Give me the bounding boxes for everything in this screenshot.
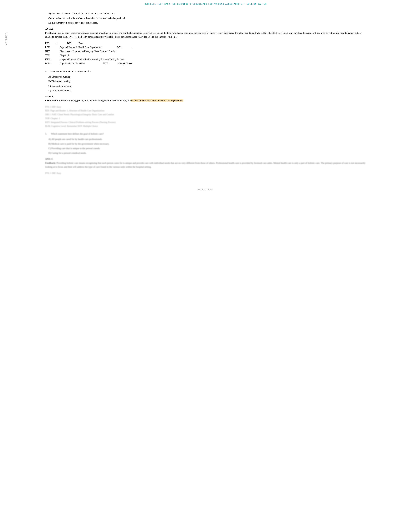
q5-text: Which statement best defines the goal of… — [51, 132, 104, 136]
q5-option-a: A) All people are cared for by health ca… — [48, 137, 366, 141]
q4-feedback-start: A director of nursing (DON) is an abbrev… — [56, 99, 183, 102]
q3-nat-label: NAT: — [45, 49, 55, 53]
q3-feedback: Feedback: Hospice care focuses on reliev… — [45, 31, 366, 39]
q3-pts-label: PTS: — [45, 41, 55, 45]
q5-option-b: B) Medical care is paid for by the gover… — [48, 142, 366, 146]
q3-feedback-label: Feedback: — [45, 32, 56, 34]
q4-ans-label: ANS: A — [45, 95, 366, 98]
q5-option-c: C) Providing care that is unique to the … — [48, 147, 366, 150]
question4-options: A) Director of nursing B) Division of nu… — [45, 75, 366, 92]
question5-text: 5. Which statement best defines the goal… — [45, 132, 366, 136]
question5-block: 5. Which statement best defines the goal… — [45, 132, 366, 175]
q3-top-label: TOP: — [45, 53, 55, 57]
q4-meta-top: TOP: Chapter: 1 — [45, 116, 366, 120]
q3-option-b: B) have been discharged from the hospita… — [48, 12, 366, 16]
page-header: COMPLETE TEST BANK FOR LIPPINCOTT ESSENT… — [0, 0, 411, 7]
q4-text: The abbreviation DON usually stands for: — [51, 69, 92, 73]
q3-obj-label: OBJ: — [117, 45, 127, 49]
q4-meta-pts: PTS: 1 DIF: Easy — [45, 105, 366, 109]
q5-answer-block: ANS: C Feedback: Providing holistic care… — [45, 158, 366, 169]
q3-key-val: Integrated Process: Clinical Problem-sol… — [60, 57, 124, 61]
q4-answer-block: ANS: A Feedback: A director of nursing (… — [45, 95, 366, 103]
question3-options: B) have been discharged from the hospita… — [45, 12, 366, 25]
q4-meta-obj: OBJ: 1 NAT: Client Needs: Physiological … — [45, 113, 366, 116]
q3-answer-block: ANS: A Feedback: Hospice care focuses on… — [45, 28, 366, 39]
footer-watermark: studocu.com — [45, 188, 366, 190]
q3-not-val: Multiple Choice — [118, 61, 132, 66]
q3-ref-val: Page and Header: 6, Health Care Organiza… — [60, 45, 102, 49]
q3-option-c: C) are unable to care for themselves at … — [48, 17, 366, 20]
q5-meta-pts: PTS: 1 DIF: Easy — [45, 171, 366, 175]
q3-blm-label: BLM: — [45, 61, 55, 66]
q3-not-label: NOT: — [103, 61, 113, 66]
q3-pts-val: 1 — [56, 41, 57, 45]
q3-top-val: Chapter: 1 — [60, 53, 69, 57]
q3-meta-ref-row: REF: Page and Header: 6, Health Care Org… — [45, 45, 366, 49]
q5-feedback-text: Providing holistic care means recognizin… — [45, 162, 365, 168]
q3-key-label: KEY: — [45, 57, 55, 61]
q3-dif-label: DIF: — [67, 41, 77, 45]
footer-watermark-text: studocu.com — [198, 188, 213, 190]
q4-option-c: C) Doctorate of nursing — [48, 84, 366, 88]
q5-ans-label: ANS: C — [45, 158, 366, 161]
q4-feedback-highlighted: head of nursing services in a health car… — [131, 99, 183, 102]
q3-ans-label: ANS: A — [45, 28, 366, 30]
q4-option-b: B) Division of nursing — [48, 79, 366, 83]
q4-feedback-label: Feedback: — [45, 99, 56, 102]
q3-meta-pts-row: PTS: 1 DIF: Easy — [45, 41, 366, 45]
q4-feedback: Feedback: A director of nursing (DON) is… — [45, 99, 366, 103]
q3-option-d: D) live in their own homes but require s… — [48, 21, 366, 25]
q3-ref-label: REF: — [45, 45, 55, 49]
q3-pts: PTS: 1 — [45, 41, 57, 45]
q3-blm-val: Cognitive Level: Remember — [60, 61, 85, 66]
q5-number: 5. — [45, 132, 49, 136]
question4-block: 4. The abbreviation DON usually stands f… — [45, 69, 366, 128]
q3-dif-val: Easy — [78, 41, 83, 45]
main-content: B) have been discharged from the hospita… — [0, 7, 411, 200]
q4-meta-ref: REF: Page and Header: 1, Structure of He… — [45, 109, 366, 113]
q4-option-d: D) Directory of nursing — [48, 89, 366, 92]
q5-feedback: Feedback: Providing holistic care means … — [45, 161, 366, 169]
q3-meta-key-row: KEY: Integrated Process: Clinical Proble… — [45, 57, 366, 61]
q4-meta-key: KEY: Integrated Process: Clinical Proble… — [45, 120, 366, 124]
q3-dif: DIF: Easy — [67, 41, 83, 45]
question5-options: A) All people are cared for by health ca… — [45, 137, 366, 155]
q5-feedback-label: Feedback: — [45, 162, 56, 164]
q5-option-d: D) Caring for a person's medical needs. — [48, 151, 366, 155]
header-title: COMPLETE TEST BANK FOR LIPPINCOTT ESSENT… — [5, 3, 406, 5]
q3-meta-top-row: TOP: Chapter: 1 — [45, 53, 366, 57]
question4-text: 4. The abbreviation DON usually stands f… — [45, 69, 366, 73]
q3-meta-nat-row: NAT: Client Needs: Physiological Integri… — [45, 49, 366, 53]
q3-metadata: PTS: 1 DIF: Easy REF: Page and Header: 6… — [45, 41, 366, 66]
q3-meta-blm-row: BLM: Cognitive Level: Remember NOT: Mult… — [45, 61, 366, 66]
q3-feedback-text: Hospice care focuses on relieving pain a… — [45, 32, 361, 38]
q4-metadata-blurred: PTS: 1 DIF: Easy REF: Page and Header: 1… — [45, 105, 366, 128]
q4-meta-blm: BLM: Cognitive Level: Remember NOT: Mult… — [45, 124, 366, 128]
q4-number: 4. — [45, 69, 49, 73]
q4-option-a: A) Director of nursing — [48, 75, 366, 79]
q3-nat-val: Client Needs: Physiological Integrity: B… — [60, 49, 116, 53]
q3-obj-val: 1 — [131, 45, 132, 49]
